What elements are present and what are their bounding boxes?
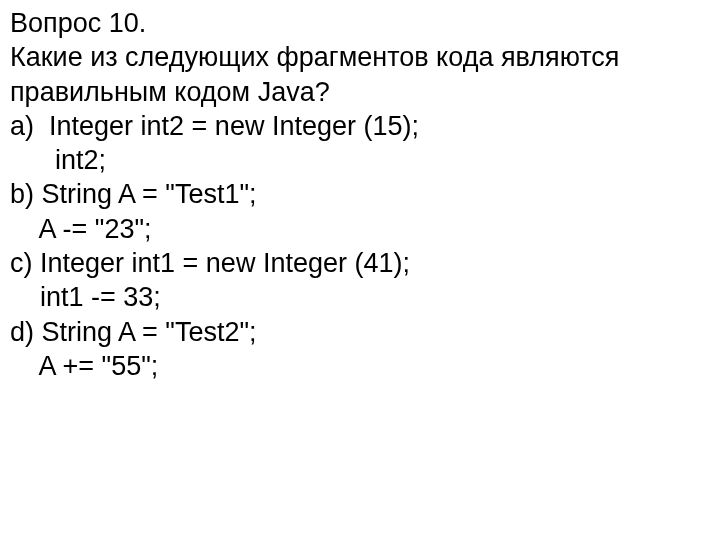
option-b-line-2: A -= "23"; bbox=[10, 212, 710, 246]
question-number: Вопрос 10. bbox=[10, 6, 710, 40]
option-c-line-2: int1 -= 33; bbox=[10, 280, 710, 314]
option-a-line-2: int2; bbox=[10, 143, 710, 177]
option-d-line-1: d) String A = "Test2"; bbox=[10, 315, 710, 349]
option-d-line-2: A += "55"; bbox=[10, 349, 710, 383]
option-a-line-1: a) Integer int2 = new Integer (15); bbox=[10, 109, 710, 143]
question-text-line-2: правильным кодом Java? bbox=[10, 75, 710, 109]
option-b-line-1: b) String A = "Test1"; bbox=[10, 177, 710, 211]
question-text-line-1: Какие из следующих фрагментов кода являю… bbox=[10, 40, 710, 74]
option-c-line-1: c) Integer int1 = new Integer (41); bbox=[10, 246, 710, 280]
